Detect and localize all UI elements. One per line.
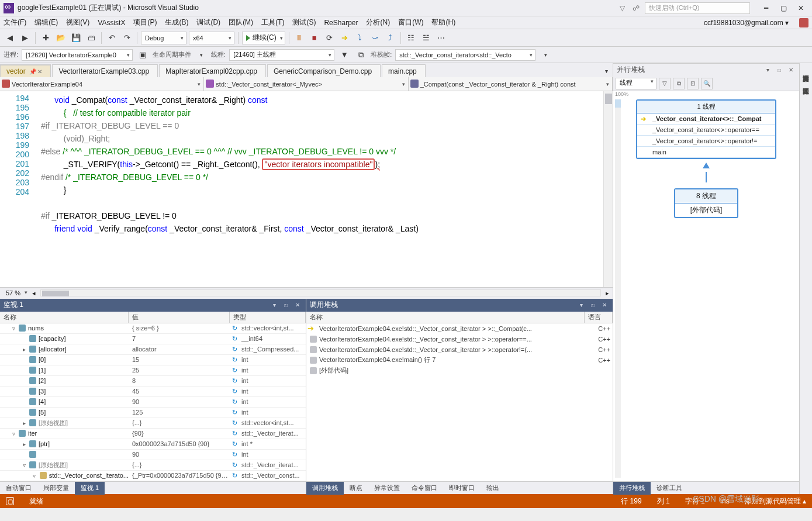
tab-immediate[interactable]: 即时窗口 bbox=[443, 482, 481, 495]
watch-row[interactable]: [5]125int bbox=[0, 408, 306, 418]
watch-row[interactable]: ▸[ptr]0x0000023a7d715d50 {90}int * bbox=[0, 439, 306, 450]
menu-item[interactable]: 文件(F) bbox=[4, 18, 26, 27]
horizontal-scrollbar[interactable] bbox=[40, 289, 601, 296]
pin-icon[interactable]: ⏍ bbox=[281, 301, 291, 310]
pin-icon[interactable]: 📌 ✕ bbox=[29, 68, 43, 75]
minimize-button[interactable]: ━ bbox=[758, 2, 773, 14]
watch-row[interactable]: ▸[allocator]allocatorstd::_Compressed... bbox=[0, 344, 306, 355]
watch-row[interactable]: [1]25int bbox=[0, 365, 306, 376]
doc-tab[interactable]: GenericComparison_Demo.cpp bbox=[267, 64, 381, 77]
user-account[interactable]: ccf19881030@gmail.com ▾ bbox=[704, 19, 789, 27]
callstack-row[interactable]: VectorIteratorExample04.exe!std::_Vector… bbox=[306, 334, 613, 344]
status-publish[interactable]: 添加到源代码管理 ▴ bbox=[745, 496, 806, 506]
ps-external-box[interactable]: 8 线程 [外部代码] bbox=[674, 188, 738, 218]
tool-icon[interactable]: ⋯ bbox=[435, 32, 448, 44]
chevron-down-icon[interactable]: ▾ bbox=[195, 49, 208, 61]
dropdown-icon[interactable]: ▾ bbox=[763, 65, 772, 75]
process-select[interactable]: [12620] VectorIteratorExample0 bbox=[22, 49, 133, 61]
save-icon[interactable]: 💾 bbox=[70, 32, 82, 44]
menu-item[interactable]: 帮助(H) bbox=[431, 18, 455, 27]
show-next-icon[interactable]: ➔ bbox=[338, 32, 351, 44]
menu-item[interactable]: 团队(M) bbox=[229, 18, 253, 27]
watch-row[interactable]: [2]8int bbox=[0, 376, 306, 387]
ps-thread-box[interactable]: 1 线程 _Vector_const_iterator<>::_Compat _… bbox=[636, 99, 776, 159]
config-select[interactable]: Debug bbox=[141, 32, 186, 44]
doc-tab-active[interactable]: vector📌 ✕ bbox=[0, 64, 51, 77]
step-into-icon[interactable]: ⤵ bbox=[354, 32, 367, 44]
watch-row[interactable]: [3]45int bbox=[0, 387, 306, 397]
menu-item[interactable]: ReSharper bbox=[324, 19, 358, 27]
zoom-select[interactable]: 57 % bbox=[4, 289, 29, 296]
thread-scope-icon[interactable]: ⧉ bbox=[354, 49, 367, 61]
menu-item[interactable]: 工具(T) bbox=[261, 18, 284, 27]
tool-icon[interactable]: ☱ bbox=[420, 32, 433, 44]
tab-diagnostic-tools[interactable]: 诊断工具 bbox=[651, 482, 688, 495]
new-project-icon[interactable]: ✚ bbox=[39, 32, 52, 44]
menu-item[interactable]: 测试(S) bbox=[292, 18, 316, 27]
stackframe-select[interactable]: std::_Vector_const_iterator<std::_Vecto bbox=[395, 49, 535, 61]
nav-scope[interactable]: VectorIteratorExample04 bbox=[0, 77, 204, 91]
flag-filter-icon[interactable]: ▼ bbox=[338, 49, 351, 61]
step-out-icon[interactable]: ⤴ bbox=[384, 32, 397, 44]
code-editor[interactable]: 194195196197198199200201202203204 void _… bbox=[0, 91, 613, 287]
tab-command[interactable]: 命令窗口 bbox=[406, 482, 443, 495]
ps-overview[interactable] bbox=[615, 99, 621, 478]
notification-icon[interactable]: ▽ bbox=[617, 3, 627, 13]
platform-select[interactable]: x64 bbox=[189, 32, 234, 44]
zoom-icon[interactable]: ⊡ bbox=[687, 78, 699, 89]
callstack-rows[interactable]: VectorIteratorExample04.exe!std::_Vector… bbox=[306, 323, 613, 482]
menu-item[interactable]: 编辑(E) bbox=[34, 18, 58, 27]
nav-type[interactable]: std::_Vector_const_iterator<_Myvec> bbox=[204, 77, 408, 91]
pin-icon[interactable]: ⏍ bbox=[588, 301, 597, 310]
feedback-icon[interactable]: ☍ bbox=[631, 3, 641, 13]
doc-tab[interactable]: main.cpp bbox=[382, 64, 426, 77]
maximize-button[interactable]: ▢ bbox=[776, 2, 791, 14]
nav-member[interactable]: _Compat(const _Vector_const_iterator & _… bbox=[409, 77, 613, 91]
stop-icon[interactable]: ■ bbox=[308, 32, 321, 44]
tab-watch1[interactable]: 监视 1 bbox=[75, 482, 105, 495]
filter-icon[interactable]: ▽ bbox=[659, 78, 671, 89]
nav-fwd-icon[interactable]: ▶ bbox=[19, 32, 32, 44]
menu-item[interactable]: 分析(N) bbox=[366, 18, 390, 27]
continue-button[interactable]: 继续(C) bbox=[242, 32, 285, 44]
notification-flag-icon[interactable] bbox=[799, 18, 808, 27]
menu-item[interactable]: 调试(D) bbox=[196, 18, 220, 27]
sidebar-tab-team-explorer[interactable]: 团队资源管理器 bbox=[800, 80, 811, 87]
close-icon[interactable]: ✕ bbox=[786, 65, 796, 75]
tab-output[interactable]: 输出 bbox=[481, 482, 505, 495]
callstack-row[interactable]: VectorIteratorExample04.exe!std::_Vector… bbox=[306, 323, 613, 334]
menu-item[interactable]: 项目(P) bbox=[133, 18, 157, 27]
tab-parallel-stacks[interactable]: 并行堆栈 bbox=[613, 482, 651, 495]
tabs-overflow-icon[interactable]: ▾ bbox=[600, 64, 613, 77]
tab-autos[interactable]: 自动窗口 bbox=[0, 482, 37, 495]
parallel-stacks-canvas[interactable]: 1 线程 _Vector_const_iterator<>::_Compat _… bbox=[613, 91, 799, 481]
callstack-row[interactable]: [外部代码] bbox=[306, 365, 613, 376]
callstack-title-bar[interactable]: 调用堆栈 ▾ ⏍ ✕ bbox=[306, 299, 613, 312]
vertical-scrollbar[interactable] bbox=[603, 91, 613, 287]
open-file-icon[interactable]: 📂 bbox=[54, 32, 67, 44]
dropdown-icon[interactable]: ▾ bbox=[576, 301, 586, 310]
step-over-icon[interactable]: ⤻ bbox=[369, 32, 382, 44]
watch-row[interactable]: [4]90int bbox=[0, 397, 306, 408]
pause-icon[interactable]: ⏸ bbox=[293, 32, 306, 44]
doc-tab[interactable]: VectorIteratorExample03.cpp bbox=[52, 64, 158, 77]
menu-item[interactable]: 生成(B) bbox=[165, 18, 188, 27]
doc-tab[interactable]: MapIteratorExampl02cpp.cpp bbox=[159, 64, 266, 77]
menu-item[interactable]: 窗口(W) bbox=[398, 18, 423, 27]
watch-rows[interactable]: ▿nums{ size=6 }std::vector<int,st...[cap… bbox=[0, 323, 306, 482]
pin-icon[interactable]: ⏍ bbox=[775, 65, 784, 75]
scroll-right-icon[interactable]: ▸ bbox=[606, 289, 609, 297]
redo-icon[interactable]: ↷ bbox=[120, 32, 133, 44]
undo-icon[interactable]: ↶ bbox=[105, 32, 118, 44]
watch-row[interactable]: ▿iter{90}std::_Vector_iterat... bbox=[0, 429, 306, 439]
tab-callstack[interactable]: 调用堆栈 bbox=[306, 482, 344, 495]
tool-icon[interactable]: ☷ bbox=[405, 32, 417, 44]
dropdown-icon[interactable]: ▾ bbox=[269, 301, 279, 310]
overflow-icon[interactable]: ▾ bbox=[539, 49, 552, 61]
close-icon[interactable]: ✕ bbox=[293, 301, 302, 310]
sidebar-tab-solution-explorer[interactable]: 解决方案资源管理器 bbox=[800, 67, 811, 74]
restart-icon[interactable]: ⟳ bbox=[323, 32, 336, 44]
tab-exception[interactable]: 异常设置 bbox=[368, 482, 406, 495]
nav-back-icon[interactable]: ◀ bbox=[4, 32, 16, 44]
watch-row[interactable]: ▸[原始视图]{...}std::vector<int,st... bbox=[0, 418, 306, 429]
